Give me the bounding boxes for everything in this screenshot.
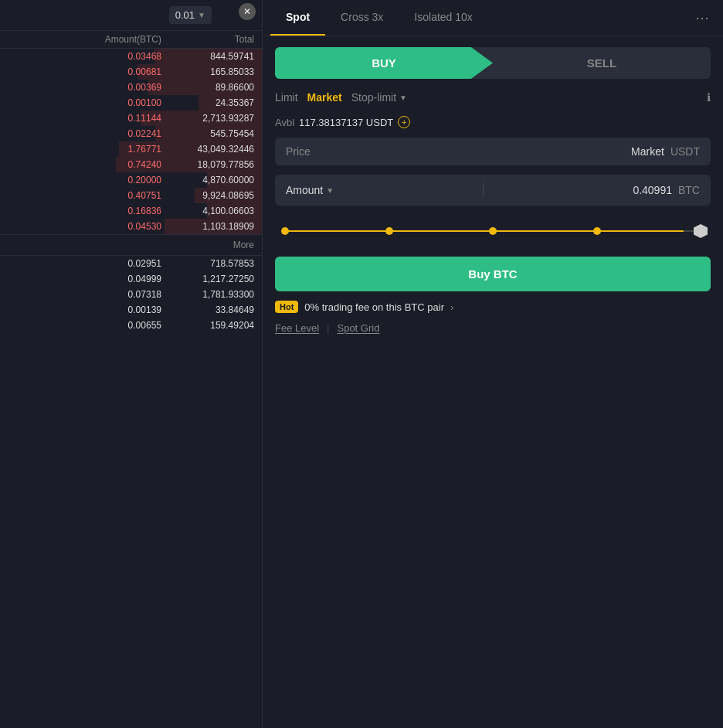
more-tabs-icon[interactable]: ⋯ [689, 9, 715, 26]
table-row[interactable]: 0.11144 2,713.93287 [0, 111, 262, 126]
sell-amount: 0.00681 [8, 66, 161, 77]
amount-slider[interactable] [275, 215, 711, 247]
sell-total: 24.35367 [161, 97, 254, 108]
buy-total: 33.84649 [161, 304, 254, 315]
table-row[interactable]: 0.04999 1,217.27250 [0, 271, 262, 287]
amount-column-header: Amount(BTC) [8, 34, 161, 45]
stop-limit-chevron-icon: ▼ [399, 94, 407, 102]
sell-total: 165.85033 [161, 66, 254, 77]
hot-arrow-icon[interactable]: › [450, 301, 453, 313]
slider-thumb[interactable] [694, 224, 708, 238]
table-row[interactable]: 0.16836 4,100.06603 [0, 203, 262, 219]
bottom-links-row: Fee Level | Spot Grid [275, 322, 711, 334]
hot-badge: Hot [275, 301, 298, 313]
limit-tab[interactable]: Limit [275, 88, 307, 107]
table-row[interactable]: 0.00139 33.84649 [0, 302, 262, 318]
table-row[interactable]: 0.02951 718.57853 [0, 256, 262, 271]
amount-selector[interactable]: Amount ▼ [286, 184, 334, 196]
sell-total: 89.86600 [161, 82, 254, 93]
buy-total: 718.57853 [161, 258, 254, 269]
order-book-panel: 0.01 ▼ ⋮ ✕ Amount(BTC) Total 0.03468 844… [0, 0, 263, 728]
total-column-header: Total [161, 34, 254, 45]
table-row[interactable]: 0.00369 89.86600 [0, 80, 262, 95]
tab-spot[interactable]: Spot [270, 0, 325, 36]
order-book-header-controls: 0.01 ▼ ⋮ ✕ [0, 0, 262, 31]
table-row[interactable]: 0.40751 9,924.08695 [0, 188, 262, 203]
table-row[interactable]: 0.20000 4,870.60000 [0, 172, 262, 188]
table-row[interactable]: 0.00681 165.85033 [0, 64, 262, 80]
order-type-info-icon[interactable]: ℹ [707, 91, 711, 104]
decimal-value: 0.01 [175, 9, 195, 21]
stop-limit-label: Stop-limit [351, 91, 396, 104]
amount-right: 0.40991 BTC [633, 184, 700, 196]
buy-total: 159.49204 [161, 320, 254, 331]
market-tab[interactable]: Market [307, 88, 351, 107]
amount-input-group[interactable]: Amount ▼ 0.40991 BTC [275, 175, 711, 206]
price-value: Market [631, 145, 664, 158]
price-input-group[interactable]: Price Market USDT [275, 138, 711, 165]
slider-dot-25 [385, 227, 393, 235]
close-button[interactable]: ✕ [239, 3, 256, 20]
sell-total: 9,924.08695 [161, 190, 254, 201]
sell-amount: 0.16836 [8, 206, 161, 216]
tab-isolated-10x[interactable]: Isolated 10x [399, 0, 488, 36]
trade-form: BUY SELL Limit Market Stop-limit ▼ ℹ Avb… [263, 36, 723, 345]
table-row[interactable]: 0.00655 159.49204 [0, 318, 262, 333]
table-row[interactable]: 0.74240 18,079.77856 [0, 157, 262, 172]
sell-amount: 0.04530 [8, 221, 161, 232]
buy-tab[interactable]: BUY [275, 47, 493, 79]
sell-amount: 0.11144 [8, 113, 161, 124]
sell-amount: 0.74240 [8, 159, 161, 170]
price-currency: USDT [670, 145, 700, 158]
sell-total: 1,103.18909 [161, 221, 254, 232]
sell-total: 18,079.77856 [161, 159, 254, 170]
buy-btc-button[interactable]: Buy BTC [275, 257, 711, 291]
slider-track [281, 230, 704, 232]
table-row[interactable]: 0.02241 545.75454 [0, 126, 262, 141]
sell-total: 4,870.60000 [161, 175, 254, 185]
sell-label: SELL [587, 56, 616, 70]
sell-tab[interactable]: SELL [493, 47, 711, 79]
trade-type-tabs: SpotCross 3xIsolated 10x ⋯ [263, 0, 723, 36]
sell-rows: 0.03468 844.59741 0.00681 165.85033 0.00… [0, 49, 262, 234]
close-icon: ✕ [243, 6, 251, 17]
amount-currency: BTC [678, 184, 700, 196]
table-row[interactable]: 0.04530 1,103.18909 [0, 219, 262, 234]
order-book-column-headers: Amount(BTC) Total [0, 31, 262, 49]
spot-grid-link[interactable]: Spot Grid [337, 322, 379, 334]
order-book-rows: 0.03468 844.59741 0.00681 165.85033 0.00… [0, 49, 262, 728]
sell-amount: 0.03468 [8, 51, 161, 62]
buy-amount: 0.00139 [8, 304, 161, 315]
tab-cross-3x[interactable]: Cross 3x [325, 0, 399, 36]
sell-amount: 0.20000 [8, 175, 161, 185]
decimal-selector[interactable]: 0.01 ▼ [169, 6, 212, 24]
slider-dot-75 [593, 227, 601, 235]
sell-amount: 1.76771 [8, 144, 161, 155]
table-row[interactable]: 0.03468 844.59741 [0, 49, 262, 64]
hot-promo-text: 0% trading fee on this BTC pair [304, 301, 444, 313]
price-right: Market USDT [631, 145, 700, 158]
slider-dots [281, 227, 704, 235]
sell-total: 43,049.32446 [161, 144, 254, 155]
decimal-chevron-icon: ▼ [198, 11, 205, 19]
amount-divider [483, 182, 484, 198]
buy-amount: 0.04999 [8, 274, 161, 284]
buy-label: BUY [372, 56, 396, 70]
amount-label-text: Amount [286, 184, 323, 196]
sell-amount: 0.00369 [8, 82, 161, 93]
fee-level-link[interactable]: Fee Level [275, 322, 319, 334]
table-row[interactable]: 1.76771 43,049.32446 [0, 141, 262, 157]
add-funds-button[interactable]: + [398, 116, 410, 128]
buy-amount: 0.07318 [8, 289, 161, 300]
table-row[interactable]: 0.00100 24.35367 [0, 95, 262, 111]
sell-amount: 0.40751 [8, 190, 161, 201]
available-balance-row: Avbl 117.38137137 USDT + [275, 116, 711, 128]
stop-limit-tab[interactable]: Stop-limit ▼ [351, 88, 416, 107]
sell-amount: 0.02241 [8, 128, 161, 139]
buy-sell-toggle: BUY SELL [275, 47, 711, 79]
price-label: Price [286, 145, 311, 158]
sell-total: 545.75454 [161, 128, 254, 139]
buy-total: 1,217.27250 [161, 274, 254, 284]
sell-total: 2,713.93287 [161, 113, 254, 124]
table-row[interactable]: 0.07318 1,781.93300 [0, 287, 262, 302]
